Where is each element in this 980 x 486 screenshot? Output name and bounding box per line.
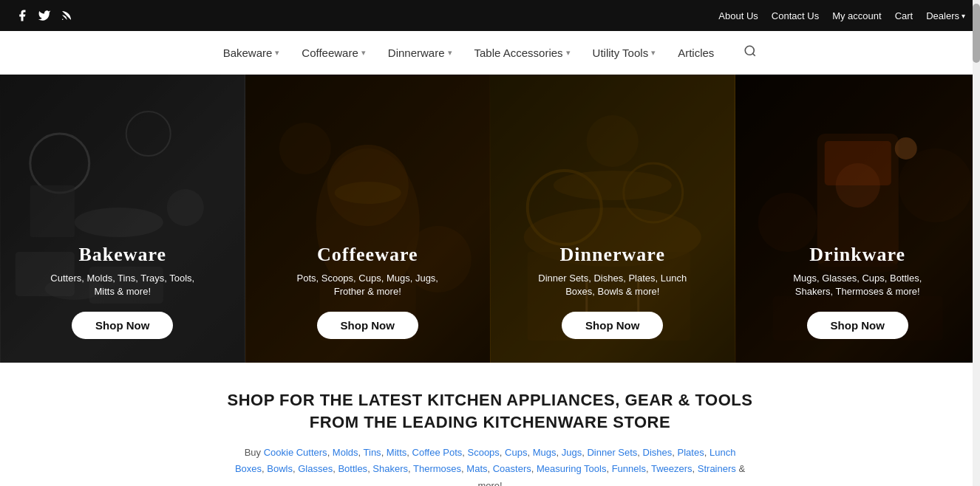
top-bar: About Us Contact Us My account Cart Deal… [0,0,980,31]
link-dishes[interactable]: Dishes [643,447,673,458]
bakeware-content: Bakeware Cutters, Molds, Tins, Trays, To… [0,75,245,363]
hero-grid: Bakeware Cutters, Molds, Tins, Trays, To… [0,75,980,363]
link-measuring-tools[interactable]: Measuring Tools [537,463,606,474]
coffeeware-subtitle: Pots, Scoops, Cups, Mugs, Jugs, Frother … [286,272,449,298]
link-coasters[interactable]: Coasters [493,463,531,474]
link-cookie-cutters[interactable]: Cookie Cutters [264,447,327,458]
link-bowls[interactable]: Bowls [267,463,293,474]
link-strainers[interactable]: Strainers [698,463,736,474]
drinkware-subtitle: Mugs, Glasses, Cups, Bottles, Shakers, T… [776,272,939,298]
utilitytools-chevron-icon: ▾ [651,48,656,58]
hero-card-coffeeware[interactable]: Coffeeware Pots, Scoops, Cups, Mugs, Jug… [245,75,491,363]
nav-table-accessories[interactable]: Table Accessories ▾ [474,47,571,59]
link-bottles[interactable]: Bottles [338,463,367,474]
hero-card-drinkware[interactable]: Drinkware Mugs, Glasses, Cups, Bottles, … [735,75,981,363]
link-funnels[interactable]: Funnels [612,463,646,474]
link-plates[interactable]: Plates [678,447,704,458]
bakeware-title: Bakeware [78,244,166,266]
hero-card-bakeware[interactable]: Bakeware Cutters, Molds, Tins, Trays, To… [0,75,245,363]
nav-utility-tools[interactable]: Utility Tools ▾ [593,47,656,59]
rss-icon[interactable] [59,8,74,23]
link-mitts[interactable]: Mitts [387,447,406,458]
dinnerware-shop-now-button[interactable]: Shop Now [562,312,663,339]
coffeeware-title: Coffeeware [317,244,418,266]
coffeeware-chevron-icon: ▾ [361,48,366,58]
link-cups[interactable]: Cups [505,447,527,458]
coffeeware-shop-now-button[interactable]: Shop Now [317,312,418,339]
dinnerware-content: Dinnerware Dinner Sets, Dishes, Plates, … [490,75,735,363]
tableaccessories-chevron-icon: ▾ [566,48,571,58]
dinnerware-chevron-icon: ▾ [448,48,452,58]
dinnerware-subtitle: Dinner Sets, Dishes, Plates, Lunch Boxes… [531,272,694,298]
nav-articles[interactable]: Articles [678,47,714,59]
link-tins[interactable]: Tins [364,447,381,458]
link-scoops[interactable]: Scoops [467,447,499,458]
scrollbar-thumb[interactable] [973,4,980,63]
contact-us-link[interactable]: Contact Us [772,10,819,21]
drinkware-title: Drinkware [809,244,905,266]
dealers-dropdown[interactable]: Dealers ▾ [926,10,965,21]
twitter-icon[interactable] [37,8,52,23]
link-mugs[interactable]: Mugs [533,447,557,458]
top-nav: About Us Contact Us My account Cart Deal… [718,10,965,21]
bottom-links: Buy Cookie Cutters, Molds, Tins, Mitts, … [231,445,749,486]
my-account-link[interactable]: My account [832,10,881,21]
drinkware-shop-now-button[interactable]: Shop Now [807,312,908,339]
nav-coffeeware[interactable]: Coffeeware ▾ [302,47,365,59]
bottom-title: SHOP FOR THE LATEST KITCHEN APPLIANCES, … [30,389,950,433]
link-shakers[interactable]: Shakers [372,463,408,474]
link-coffee-pots[interactable]: Coffee Pots [412,447,463,458]
nav-bakeware[interactable]: Bakeware ▾ [223,47,280,59]
bakeware-shop-now-button[interactable]: Shop Now [72,312,173,339]
link-glasses[interactable]: Glasses [298,463,333,474]
bakeware-chevron-icon: ▾ [275,48,279,58]
dinnerware-title: Dinnerware [560,244,665,266]
link-mats[interactable]: Mats [466,463,487,474]
drinkware-content: Drinkware Mugs, Glasses, Cups, Bottles, … [735,75,981,363]
bottom-section: SHOP FOR THE LATEST KITCHEN APPLIANCES, … [0,363,980,486]
svg-line-2 [753,53,755,55]
link-jugs[interactable]: Jugs [562,447,582,458]
coffeeware-content: Coffeeware Pots, Scoops, Cups, Mugs, Jug… [245,75,491,363]
social-icons [15,8,74,23]
link-tweezers[interactable]: Tweezers [651,463,693,474]
dealers-chevron-icon: ▾ [962,12,965,20]
dealers-label: Dealers [926,10,959,21]
hero-card-dinnerware[interactable]: Dinnerware Dinner Sets, Dishes, Plates, … [490,75,735,363]
svg-point-0 [62,19,64,21]
link-molds[interactable]: Molds [333,447,358,458]
bakeware-subtitle: Cutters, Molds, Tins, Trays, Tools, Mitt… [41,272,204,298]
search-icon[interactable] [743,44,757,61]
link-dinner-sets[interactable]: Dinner Sets [587,447,637,458]
main-nav: Bakeware ▾ Coffeeware ▾ Dinnerware ▾ Tab… [0,31,980,75]
cart-link[interactable]: Cart [895,10,913,21]
about-us-link[interactable]: About Us [718,10,758,21]
facebook-icon[interactable] [15,8,30,23]
svg-point-1 [746,46,755,55]
link-thermoses[interactable]: Thermoses [413,463,461,474]
nav-dinnerware[interactable]: Dinnerware ▾ [388,47,452,59]
